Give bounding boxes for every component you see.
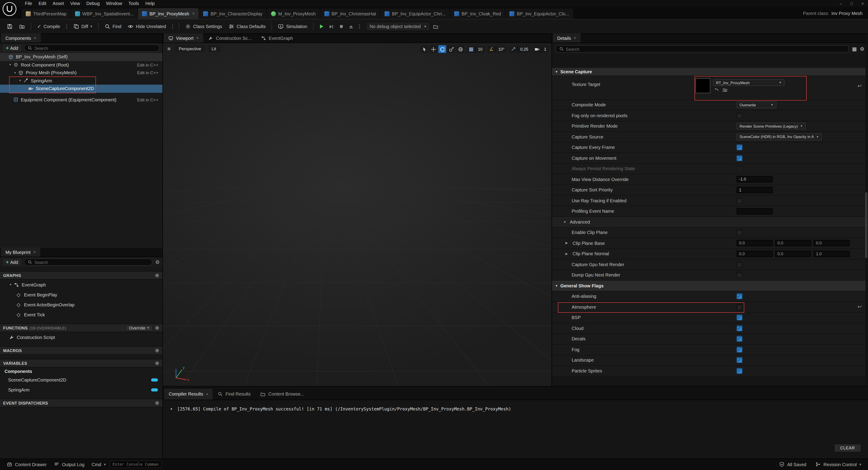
checkbox[interactable] <box>736 230 742 236</box>
kebab-menu-icon[interactable]: ⋮ <box>169 24 176 29</box>
input-capture-sort-priority[interactable]: 1 <box>736 187 773 193</box>
display-filter-columns-icon[interactable]: ▦ <box>852 47 857 51</box>
asset-tab-bp-inv-equipactor-clo[interactable]: BP_Inv_EquipActor_Clo... <box>505 9 573 19</box>
find-button[interactable]: Find <box>101 21 125 32</box>
section-header-graphs[interactable]: GRAPHS⊕ <box>0 271 162 280</box>
expander-icon[interactable]: ▼ <box>8 64 13 66</box>
override-dropdown[interactable]: Override▾ <box>126 325 152 331</box>
vector-field-1[interactable]: 0.0 <box>775 240 811 246</box>
chevron-expanded-icon[interactable]: ▼ <box>555 70 558 73</box>
section-header-functions[interactable]: FUNCTIONS(19 OVERRIDABLE)Override▾⊕ <box>0 324 162 332</box>
menu-item-view[interactable]: View <box>67 0 83 7</box>
section-header-event-dispatchers[interactable]: EVENT DISPATCHERS⊕ <box>0 399 162 407</box>
tab-components[interactable]: Components× <box>1 33 41 42</box>
details-scrollbar-track[interactable] <box>865 34 868 386</box>
lit-mode-button[interactable]: Lit <box>208 45 220 52</box>
clear-button[interactable]: CLEAR <box>834 444 861 452</box>
blueprint-item-scenecapturecomponent2d[interactable]: SceneCaptureComponent2D <box>0 375 162 385</box>
unreal-engine-logo-icon[interactable] <box>2 1 17 17</box>
component-row-springarm[interactable]: ▼SpringArm <box>0 77 162 85</box>
checkbox[interactable]: ✓ <box>736 315 742 321</box>
close-icon[interactable]: × <box>33 250 36 254</box>
play-button[interactable] <box>316 22 326 31</box>
checkbox[interactable]: ✓ <box>736 145 742 150</box>
category-header-scene-capture[interactable]: ▼Scene Capture <box>552 68 868 76</box>
asset-dropdown[interactable]: RT_Inv_ProxyMesh▾ <box>713 79 784 86</box>
menu-item-asset[interactable]: Asset <box>50 0 67 7</box>
tab-construction-sc[interactable]: Construction Sc... <box>204 33 256 42</box>
blueprint-item-construction-script[interactable]: Construction Script <box>0 332 162 342</box>
asset-tab-m-inv-proxymesh[interactable]: M_Inv_ProxyMesh <box>267 9 320 19</box>
expander-icon[interactable]: ▶ <box>563 252 571 256</box>
eject-button[interactable] <box>346 22 356 31</box>
scale-snap-value[interactable]: 0.25 <box>518 46 530 53</box>
add-item-icon[interactable]: ⊕ <box>155 348 159 353</box>
asset-tab-bp-inv-proxymesh[interactable]: BP_Inv_ProxyMesh× <box>138 8 199 19</box>
add-item-icon[interactable]: ⊕ <box>155 325 159 331</box>
viewport-canvas[interactable]: ≡ Perspective Lit ▦10∠10°0.251 y x <box>163 43 551 386</box>
console-command-input[interactable] <box>113 462 159 467</box>
menu-item-file[interactable]: File <box>22 0 35 7</box>
asset-tab-bp-inv-characterdisplay[interactable]: BP_Inv_CharacterDisplay <box>199 9 267 19</box>
tab-eventgraph[interactable]: EventGraph <box>256 33 298 42</box>
asset-tab-wbp-inv-spatialinvent[interactable]: WBP_Inv_SpatialInvent... <box>71 9 138 19</box>
checkbox[interactable]: ✓ <box>736 293 742 299</box>
checkbox[interactable]: ✓ <box>736 368 742 374</box>
vector-field-0[interactable]: 0.0 <box>736 240 773 246</box>
checkbox[interactable]: ✓ <box>736 347 742 353</box>
my-blueprint-settings-gear-icon[interactable]: ⚙ <box>155 260 160 265</box>
input-profiling-event-name[interactable] <box>736 208 773 214</box>
scale-snap-toggle[interactable] <box>509 47 518 52</box>
components-search-box[interactable] <box>24 45 160 52</box>
checkbox[interactable]: ✓ <box>736 336 742 342</box>
use-selected-asset-icon[interactable] <box>714 87 719 92</box>
expander-icon[interactable]: ▼ <box>8 283 13 286</box>
console-command-field[interactable] <box>110 461 161 468</box>
close-icon[interactable]: × <box>34 36 36 40</box>
details-search-box[interactable] <box>555 45 849 53</box>
rotation-snap-toggle[interactable]: ∠ <box>488 47 496 52</box>
checkbox[interactable]: ✓ <box>736 325 742 331</box>
revert-to-default-icon[interactable]: ↩ <box>858 304 862 310</box>
checkbox[interactable]: ✓ <box>736 155 742 161</box>
subcategory-advanced[interactable]: ▼Advanced <box>552 217 868 228</box>
expander-icon[interactable]: ▶ <box>563 241 571 245</box>
all-saved-indicator[interactable]: All Saved <box>776 462 810 467</box>
class-settings-button[interactable]: Class Settings <box>182 21 225 32</box>
edit-in-cpp-link[interactable]: Edit in C++ <box>137 97 162 102</box>
stop-button[interactable] <box>336 22 346 31</box>
kebab-menu-icon[interactable]: ⋮ <box>356 24 363 29</box>
blueprint-item-event-actorbeginoverlap[interactable]: ◇Event ActorBeginOverlap <box>0 300 162 310</box>
chevron-expanded-icon[interactable]: ▼ <box>562 221 568 224</box>
blueprint-item-springarm[interactable]: SpringArm <box>0 385 162 395</box>
checkbox[interactable] <box>736 304 742 310</box>
dropdown-capture-source[interactable]: SceneColor (HDR) in RGB, Inv Opacity in … <box>736 134 822 140</box>
input-max-view-distance-override[interactable]: -1.0 <box>736 176 773 183</box>
close-icon[interactable]: × <box>206 392 208 396</box>
debug-object-dropdown[interactable]: No debug object selected▾ <box>366 22 430 31</box>
coordinate-space-toggle-button[interactable] <box>457 45 464 53</box>
output-log-button[interactable]: Output Log <box>51 459 88 470</box>
texture-thumbnail[interactable] <box>695 78 710 93</box>
edit-in-cpp-link[interactable]: Edit in C++ <box>137 62 162 67</box>
expander-icon[interactable]: ▼ <box>13 71 18 74</box>
menu-item-help[interactable]: Help <box>142 0 158 7</box>
tab-content-browse[interactable]: Content Browse... <box>256 388 309 400</box>
maximize-button[interactable]: □ <box>846 0 857 7</box>
perspective-button[interactable]: Perspective <box>175 45 205 52</box>
component-row-equipment-component-equipmentcomponent[interactable]: Equipment Component (EquipmentComponent)… <box>0 96 162 104</box>
add-component-button[interactable]: + Add <box>3 45 21 51</box>
expander-icon[interactable]: ▼ <box>18 80 23 82</box>
tab-viewport[interactable]: Viewport× <box>164 33 203 42</box>
close-icon[interactable]: × <box>192 11 195 16</box>
edit-in-cpp-link[interactable]: Edit in C++ <box>137 70 162 75</box>
section-header-macros[interactable]: MACROS⊕ <box>0 346 162 355</box>
grid-snap-value[interactable]: 10 <box>475 46 485 53</box>
browse-to-asset-button[interactable] <box>16 21 28 32</box>
add-item-icon[interactable]: ⊕ <box>155 272 159 278</box>
camera-speed-toggle[interactable] <box>533 47 541 52</box>
asset-tab-bp-inv-equipactor-chri[interactable]: BP_Inv_EquipActor_Chri... <box>380 9 450 19</box>
content-drawer-button[interactable]: Content Drawer <box>4 459 50 470</box>
component-row-scenecapturecomponent2d[interactable]: SceneCaptureComponent2D <box>0 85 162 93</box>
blueprint-item-eventgraph[interactable]: ▼EventGraph <box>0 280 162 290</box>
